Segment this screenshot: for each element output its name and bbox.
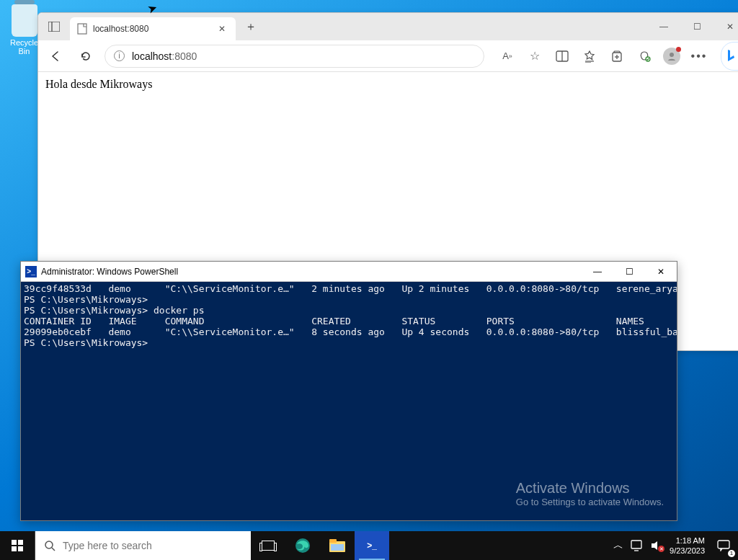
- network-icon[interactable]: [631, 540, 644, 551]
- taskbar-edge[interactable]: [285, 531, 320, 560]
- recycle-bin-icon: [12, 4, 37, 37]
- close-button[interactable]: ✕: [713, 16, 738, 37]
- clock[interactable]: 1:18 AM 9/23/2023: [670, 535, 705, 556]
- new-tab-button[interactable]: ＋: [240, 16, 262, 37]
- edge-toolbar: i localhost:8080 A» ☆: [38, 40, 738, 72]
- notifications-button[interactable]: 1: [709, 531, 738, 560]
- read-aloud-icon[interactable]: A»: [496, 45, 519, 68]
- taskbar-powershell[interactable]: >_: [355, 531, 389, 560]
- powershell-titlebar[interactable]: >_ Administrator: Windows PowerShell ― ☐…: [21, 262, 677, 282]
- search-placeholder: Type here to search: [63, 540, 152, 551]
- svg-point-12: [45, 541, 53, 548]
- favorite-icon[interactable]: ☆: [523, 45, 546, 68]
- taskbar-explorer[interactable]: [320, 531, 355, 560]
- address-bar[interactable]: i localhost:8080: [105, 45, 484, 68]
- ps-maximize-button[interactable]: ☐: [613, 262, 645, 281]
- volume-icon[interactable]: ✕: [651, 541, 662, 551]
- windows-logo-icon: [12, 540, 23, 551]
- maximize-button[interactable]: ☐: [680, 16, 713, 37]
- minimize-button[interactable]: ―: [647, 16, 680, 37]
- tab-close-icon[interactable]: ✕: [215, 24, 228, 34]
- tab-title: localhost:8080: [93, 24, 148, 34]
- powershell-window: >_ Administrator: Windows PowerShell ― ☐…: [20, 261, 677, 521]
- svg-rect-21: [718, 541, 729, 548]
- start-button[interactable]: [0, 531, 35, 560]
- browser-tab[interactable]: localhost:8080 ✕: [70, 17, 236, 40]
- page-icon: [77, 23, 87, 35]
- taskbar-search[interactable]: Type here to search: [35, 531, 251, 560]
- profile-button[interactable]: [660, 45, 683, 68]
- svg-rect-16: [329, 539, 337, 543]
- task-view-button[interactable]: [251, 531, 285, 560]
- svg-rect-17: [331, 544, 344, 551]
- svg-rect-0: [48, 22, 60, 32]
- svg-point-11: [670, 53, 674, 57]
- powershell-body[interactable]: 39cc9f48533d demo "C:\\ServiceMonitor.e……: [21, 282, 677, 520]
- avatar-icon: [663, 48, 680, 65]
- tab-actions-icon[interactable]: [43, 17, 66, 37]
- site-info-icon[interactable]: i: [114, 50, 125, 61]
- edge-titlebar[interactable]: localhost:8080 ✕ ＋ ― ☐ ✕: [38, 13, 738, 40]
- svg-rect-2: [78, 24, 86, 34]
- powershell-title: Administrator: Windows PowerShell: [41, 267, 178, 277]
- svg-line-13: [52, 548, 55, 551]
- system-tray: ︿ ✕ 1:18 AM 9/23/2023: [606, 531, 709, 560]
- more-menu-icon[interactable]: •••: [688, 45, 711, 68]
- tray-chevron-icon[interactable]: ︿: [613, 539, 623, 552]
- url-text: localhost:8080: [132, 50, 197, 62]
- refresh-button[interactable]: [74, 45, 97, 68]
- back-button[interactable]: [44, 45, 67, 68]
- powershell-icon: >_: [25, 266, 37, 277]
- ps-minimize-button[interactable]: ―: [582, 262, 613, 281]
- favorites-bar-icon[interactable]: [578, 45, 601, 68]
- powershell-output: 39cc9f48533d demo "C:\\ServiceMonitor.e……: [21, 282, 677, 520]
- bing-sidebar-icon[interactable]: [721, 42, 738, 71]
- ps-close-button[interactable]: ✕: [645, 262, 677, 281]
- svg-marker-20: [652, 541, 657, 550]
- performance-icon[interactable]: [633, 45, 656, 68]
- split-screen-icon[interactable]: [551, 45, 574, 68]
- collections-icon[interactable]: [605, 45, 628, 68]
- search-icon: [44, 540, 55, 551]
- task-view-icon: [262, 541, 275, 551]
- svg-rect-18: [631, 541, 641, 548]
- page-body-text: Hola desde Mikroways: [45, 78, 152, 90]
- taskbar: Type here to search >_ ︿ ✕ 1:18 AM 9/23/…: [0, 531, 738, 560]
